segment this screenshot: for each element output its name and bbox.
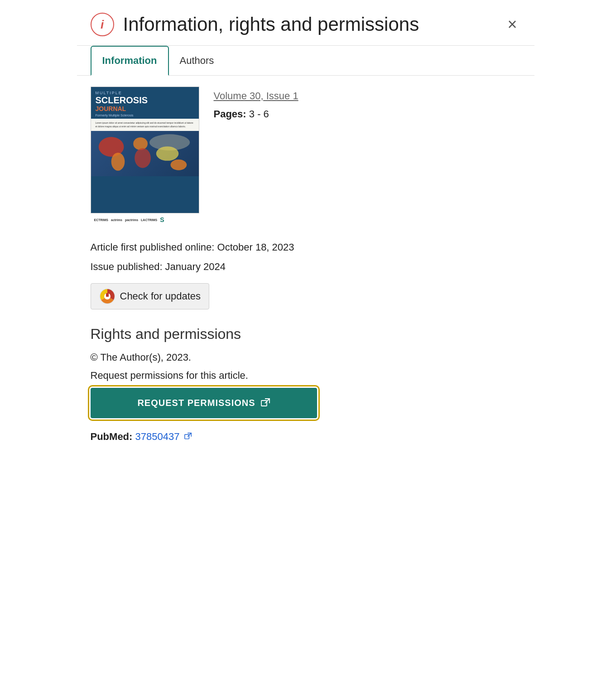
journal-cover: MULTIPLE SCLEROSIS JOURNAL Formerly Mult… <box>91 87 199 226</box>
cover-formerly: Formerly Multiple Sclerosis <box>96 114 194 117</box>
svg-line-14 <box>188 433 191 436</box>
pubmed-section: PubMed: 37850437 <box>91 431 521 443</box>
cover-title-small: MULTIPLE <box>96 91 194 95</box>
external-link-icon <box>261 398 270 407</box>
request-text: Request permissions for this article. <box>91 370 521 381</box>
pages-text: Pages: 3 - 6 <box>214 108 521 120</box>
cover-title-main: SCLEROSIS <box>96 95 194 105</box>
external-link-svg <box>261 398 270 407</box>
dialog-body: MULTIPLE SCLEROSIS JOURNAL Formerly Mult… <box>77 76 534 461</box>
journal-cover-image: MULTIPLE SCLEROSIS JOURNAL Formerly Mult… <box>91 87 199 213</box>
close-button[interactable]: × <box>504 14 520 34</box>
svg-line-12 <box>265 399 269 403</box>
logo-pactrims: pactrims <box>125 218 138 222</box>
journal-info: Volume 30, Issue 1 Pages: 3 - 6 <box>214 87 521 226</box>
volume-link[interactable]: Volume 30, Issue 1 <box>214 90 521 102</box>
svg-point-3 <box>135 148 151 168</box>
pages-label: Pages: <box>214 108 246 120</box>
svg-point-1 <box>111 153 125 171</box>
copyright-text: © The Author(s), 2023. <box>91 352 521 363</box>
tab-authors[interactable]: Authors <box>169 46 225 75</box>
dialog-title: Information, rights and permissions <box>123 14 504 35</box>
pubmed-link[interactable]: 37850437 <box>135 431 180 442</box>
pubmed-label: PubMed: <box>91 431 133 442</box>
info-icon: i <box>101 19 104 30</box>
tab-information[interactable]: Information <box>91 46 169 76</box>
logo-lactrims: LACTRIMS <box>141 218 157 222</box>
published-online: Article first published online: October … <box>91 241 521 255</box>
svg-point-6 <box>170 159 187 170</box>
request-perm-label: REQUEST PERMISSIONS <box>137 398 255 408</box>
logo-ectrims: ECTRIMS <box>94 218 109 222</box>
check-updates-button[interactable]: Check for updates <box>91 283 210 309</box>
rights-heading: Rights and permissions <box>91 326 521 343</box>
dialog-header: i Information, rights and permissions × <box>77 0 534 46</box>
request-permissions-button[interactable]: REQUEST PERMISSIONS <box>91 388 317 418</box>
cover-text-area: Lorem ipsum dolor sit amet consectetur a… <box>91 119 199 131</box>
rights-section: Rights and permissions © The Author(s), … <box>91 326 521 418</box>
cover-title-sub: JOURNAL <box>96 105 194 112</box>
cover-logos: ECTRIMS actrims pactrims LACTRIMS S <box>91 213 199 226</box>
cover-top: MULTIPLE SCLEROSIS JOURNAL Formerly Mult… <box>91 87 199 119</box>
svg-point-5 <box>156 146 178 161</box>
dialog-container: i Information, rights and permissions × … <box>77 0 534 461</box>
cover-map <box>91 131 199 176</box>
info-icon-circle: i <box>91 13 114 36</box>
logo-actrims: actrims <box>111 218 122 222</box>
article-meta: Article first published online: October … <box>91 241 521 274</box>
pubmed-external-icon <box>184 431 192 442</box>
issue-published: Issue published: January 2024 <box>91 260 521 274</box>
logo-s: S <box>160 216 164 223</box>
svg-rect-13 <box>184 434 189 439</box>
journal-section: MULTIPLE SCLEROSIS JOURNAL Formerly Mult… <box>91 87 521 226</box>
tabs-container: Information Authors <box>77 46 534 76</box>
altmetric-icon <box>99 288 115 304</box>
svg-point-2 <box>133 137 148 150</box>
svg-rect-11 <box>261 401 267 406</box>
check-updates-label: Check for updates <box>120 290 201 302</box>
pages-value-text: 3 - 6 <box>249 108 269 120</box>
map-svg <box>91 131 199 176</box>
